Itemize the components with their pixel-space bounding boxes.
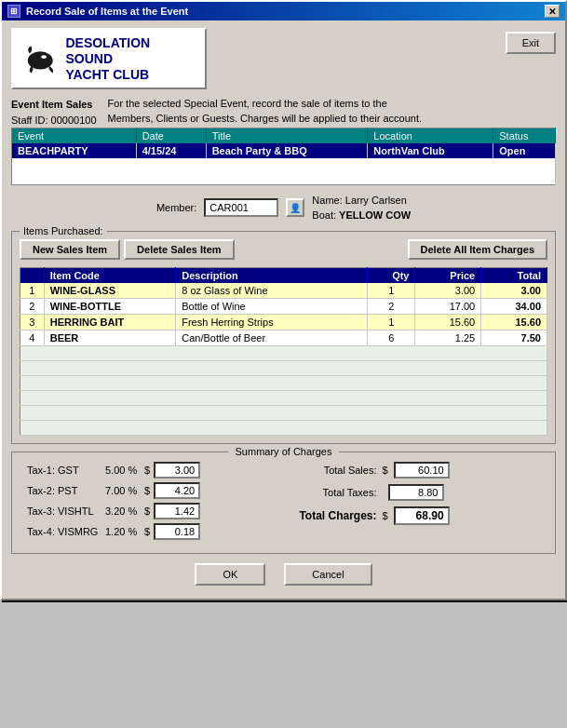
event-location: NorthVan Club [368, 143, 493, 158]
row-code: WINE-BOTTLE [44, 298, 176, 314]
items-group-label: Items Purchased: [20, 225, 107, 236]
staff-info: Event Item Sales Staff ID: 00000100 [11, 97, 97, 128]
member-lookup-button[interactable]: 👤 [286, 198, 304, 217]
table-row[interactable]: 1 WINE-GLASS 8 oz Glass of Wine 1 3.00 3… [20, 283, 547, 299]
boat-name: YELLOW COW [339, 209, 411, 221]
row-code: WINE-GLASS [44, 283, 176, 299]
event-empty-row2 [12, 171, 556, 184]
tax-sign: $ [144, 526, 150, 537]
tax-value: 3.00 [154, 462, 200, 479]
info-row: Event Item Sales Staff ID: 00000100 For … [11, 97, 556, 128]
row-code: HERRING BAIT [44, 314, 176, 330]
event-table-header: Event Date Title Location Status [12, 128, 556, 144]
col-qty-header: Qty [368, 267, 415, 283]
col-price-header: Price [415, 267, 481, 283]
total-charges-sign: $ [383, 510, 388, 521]
tax-pct: 5.00 % [105, 465, 141, 476]
tax-row: Tax-2: PST 7.00 % $ 4.20 [27, 482, 275, 499]
member-boat-row: Boat: YELLOW COW [312, 208, 411, 223]
total-sales-sign: $ [383, 465, 388, 476]
col-desc-header: Description [176, 267, 368, 283]
person-icon: 👤 [290, 203, 301, 213]
delete-sales-item-button[interactable]: Delete Sales Item [124, 239, 235, 260]
tax-row: Tax-3: VISHTL 3.20 % $ 1.42 [27, 503, 275, 519]
col-title: Title [206, 128, 368, 144]
logo-line2: YACHT CLUB [65, 67, 196, 83]
row-desc: Fresh Herring Strips [176, 314, 368, 330]
svg-point-2 [41, 55, 47, 59]
row-price: 15.60 [415, 314, 481, 330]
event-date: 4/15/24 [136, 143, 206, 158]
staff-id: 00000100 [51, 115, 97, 126]
row-price: 17.00 [415, 298, 481, 314]
cancel-button[interactable]: Cancel [284, 563, 371, 586]
row-price: 1.25 [415, 330, 481, 345]
summary-label: Summary of Charges [228, 446, 340, 457]
summary-group: Summary of Charges Tax-1: GST 5.00 % $ 3… [11, 452, 556, 554]
content-area: DESOLATION SOUND YACHT CLUB Exit Event I… [2, 20, 565, 599]
header-section: DESOLATION SOUND YACHT CLUB Exit [11, 28, 556, 89]
items-header-row: Item Code Description Qty Price Total [20, 267, 547, 283]
event-table: Event Date Title Location Status BEACHPA… [11, 128, 556, 185]
delete-all-charges-button[interactable]: Delete All Item Charges [408, 239, 547, 260]
main-window: ⊞ Record Sale of Items at the Event ✕ DE… [0, 0, 567, 600]
table-row[interactable]: 4 BEER Can/Bottle of Beer 6 1.25 7.50 [20, 330, 547, 345]
tax-label: Tax-2: PST [27, 485, 101, 496]
exit-button[interactable]: Exit [506, 32, 556, 54]
row-qty: 6 [368, 330, 415, 345]
new-sales-item-button[interactable]: New Sales Item [20, 239, 120, 260]
tax-value: 1.42 [154, 503, 200, 519]
empty-row [20, 345, 547, 360]
row-qty: 2 [368, 298, 415, 314]
member-name-info: Name: Larry Carlsen Boat: YELLOW COW [312, 193, 411, 223]
total-sales-value: 60.10 [394, 462, 450, 479]
summary-right: Total Sales: $ 60.10 Total Taxes: 8.80 T… [293, 462, 541, 544]
staff-label: Staff ID: [11, 115, 48, 126]
row-num: 2 [20, 298, 45, 314]
tax-value: 0.18 [154, 523, 200, 540]
row-num: 3 [20, 314, 45, 330]
title-bar-left: ⊞ Record Sale of Items at the Event [7, 5, 188, 18]
col-num-header [20, 267, 45, 283]
table-row[interactable]: 2 WINE-BOTTLE Bottle of Wine 2 17.00 34.… [20, 298, 547, 314]
total-taxes-row: Total Taxes: 8.80 [293, 484, 541, 501]
summary-inner: Tax-1: GST 5.00 % $ 3.00 Tax-2: PST 7.00… [27, 462, 540, 544]
col-event: Event [12, 128, 137, 144]
tax-pct: 3.20 % [105, 506, 141, 517]
empty-row [20, 390, 547, 405]
row-total: 7.50 [481, 330, 547, 345]
col-date: Date [136, 128, 206, 144]
member-input[interactable] [204, 198, 278, 217]
row-num: 4 [20, 330, 45, 345]
empty-row [20, 405, 547, 420]
tax-label: Tax-1: GST [27, 465, 101, 476]
col-status: Status [493, 128, 556, 144]
event-description: For the selected Special Event, record t… [108, 97, 425, 126]
event-data-row[interactable]: BEACHPARTY 4/15/24 Beach Party & BBQ Nor… [12, 143, 556, 158]
total-taxes-label: Total Taxes: [293, 487, 377, 498]
table-row[interactable]: 3 HERRING BAIT Fresh Herring Strips 1 15… [20, 314, 547, 330]
row-qty: 1 [368, 314, 415, 330]
logo-text: DESOLATION SOUND YACHT CLUB [65, 35, 196, 82]
boat-label: Boat: [312, 209, 336, 221]
col-total-header: Total [481, 267, 547, 283]
tax-value: 4.20 [154, 482, 200, 499]
row-qty: 1 [368, 283, 415, 299]
empty-row [20, 420, 547, 435]
window-icon: ⊞ [7, 5, 20, 18]
logo-line1: DESOLATION SOUND [65, 35, 196, 67]
empty-row [20, 360, 547, 375]
total-charges-value: 68.90 [394, 506, 450, 525]
total-charges-row: Total Charges: $ 68.90 [293, 506, 541, 525]
items-purchased-group: Items Purchased: New Sales Item Delete S… [11, 231, 556, 444]
event-empty-row1 [12, 158, 556, 171]
ok-button[interactable]: OK [195, 563, 265, 586]
event-title: Beach Party & BBQ [206, 143, 368, 158]
close-button[interactable]: ✕ [545, 5, 560, 18]
row-price: 3.00 [415, 283, 481, 299]
tax-row: Tax-4: VISMRG 1.20 % $ 0.18 [27, 523, 275, 540]
logo-box: DESOLATION SOUND YACHT CLUB [11, 28, 207, 89]
tax-label: Tax-4: VISMRG [27, 526, 101, 537]
member-name: Larry Carlsen [345, 195, 407, 206]
col-code-header: Item Code [44, 267, 176, 283]
